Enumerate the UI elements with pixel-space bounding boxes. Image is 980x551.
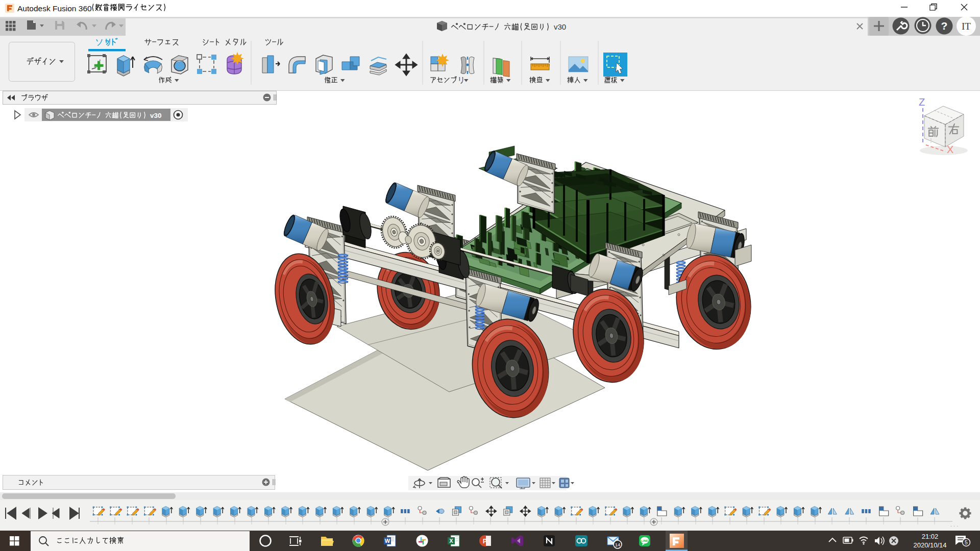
svg-text:. . .: . . . <box>950 521 958 528</box>
svg-text:2020/10/14: 2020/10/14 <box>913 541 946 549</box>
svg-text:21:02: 21:02 <box>922 533 939 540</box>
svg-text:X: X <box>449 538 453 544</box>
svg-text:X: X <box>947 144 953 155</box>
svg-text:v30: v30 <box>150 112 162 119</box>
svg-text:14: 14 <box>615 542 621 547</box>
svg-text:5: 5 <box>965 539 968 545</box>
svg-text:W: W <box>385 538 390 544</box>
svg-text:Z: Z <box>919 96 925 108</box>
svg-text:P: P <box>483 538 487 545</box>
svg-text:LINE: LINE <box>641 539 648 542</box>
